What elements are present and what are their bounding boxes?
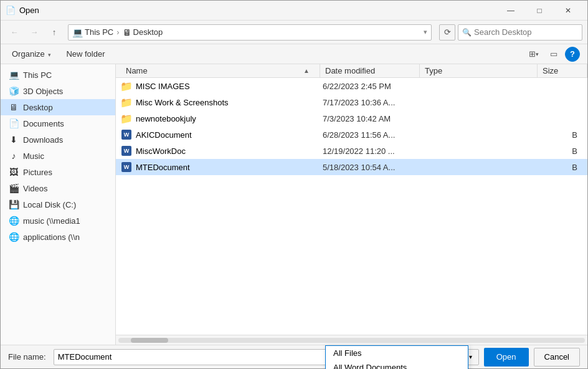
sidebar: 💻 This PC 🧊 3D Objects 🖥 Desktop 📄 Docum… <box>1 64 116 345</box>
sidebar-label-local-disk: Local Disk (C:) <box>23 200 76 209</box>
sidebar-icon-apps-net: 🌐 <box>8 231 19 242</box>
bottom-bar: File name: ▾ Tools ▾ Open Cancel <box>1 345 587 368</box>
sidebar-icon-documents: 📄 <box>8 118 19 129</box>
file-type-dropdown[interactable]: All FilesAll Word DocumentsWord Document… <box>325 345 468 369</box>
file-icon-4: W <box>121 145 132 156</box>
sidebar-icon-pictures: 🖼 <box>8 166 19 178</box>
search-input[interactable] <box>474 27 579 37</box>
table-row[interactable]: 📁 MISC IMAGES 6/22/2023 2:45 PM <box>116 78 587 94</box>
search-icon: 🔍 <box>462 28 472 37</box>
sidebar-item-pictures[interactable]: 🖼 Pictures <box>1 164 115 180</box>
close-button[interactable]: ✕ <box>554 1 582 21</box>
table-row[interactable]: 📁 Misc Work & Screenshots 7/17/2023 10:3… <box>116 94 587 110</box>
sidebar-label-downloads: Downloads <box>23 135 63 145</box>
pane-icon: ▭ <box>550 49 557 59</box>
column-date-modified[interactable]: Date modified <box>320 64 420 78</box>
sidebar-icon-local-disk: 💾 <box>8 199 19 210</box>
sidebar-label-this-pc: This PC <box>23 70 52 80</box>
file-icon-0: 📁 <box>121 80 132 92</box>
file-date-4: 12/19/2022 11:20 ... <box>323 146 422 156</box>
content-area: 💻 This PC 🧊 3D Objects 🖥 Desktop 📄 Docum… <box>1 64 587 345</box>
word-icon: W <box>121 130 131 140</box>
open-button[interactable]: Open <box>484 348 529 367</box>
pane-toggle-button[interactable]: ▭ <box>545 46 562 62</box>
column-size[interactable]: Size <box>538 64 587 78</box>
sidebar-icon-music-net: 🌐 <box>8 215 19 226</box>
file-size-4: B <box>533 146 582 156</box>
sidebar-item-music[interactable]: ♪ Music <box>1 148 115 164</box>
file-icon-2: 📁 <box>121 113 132 124</box>
sidebar-item-desktop[interactable]: 🖥 Desktop <box>1 99 115 115</box>
file-size-5: B <box>533 163 582 172</box>
file-date-5: 5/18/2023 10:54 A... <box>323 163 422 172</box>
file-date-0: 6/22/2023 2:45 PM <box>323 82 422 91</box>
new-folder-button[interactable]: New folder <box>62 48 108 60</box>
window-controls: — □ ✕ <box>496 1 582 21</box>
cancel-button[interactable]: Cancel <box>534 348 580 367</box>
address-bar: 💻 This PC › 🖥 Desktop ▾ <box>68 24 432 41</box>
column-type[interactable]: Type <box>420 64 538 78</box>
sidebar-item-apps-net[interactable]: 🌐 applications (\\n <box>1 229 115 245</box>
file-date-2: 7/3/2023 10:42 AM <box>323 114 422 123</box>
file-name-3: AKICDocument <box>136 130 323 140</box>
help-button[interactable]: ? <box>565 47 580 62</box>
column-name[interactable]: Name ▲ <box>121 64 320 78</box>
sidebar-item-3d-objects[interactable]: 🧊 3D Objects <box>1 83 115 99</box>
address-desktop: Desktop <box>133 27 163 37</box>
open-dialog: 📄 Open — □ ✕ ← → ↑ 💻 This PC › 🖥 Desktop… <box>0 0 588 369</box>
file-list: 📁 MISC IMAGES 6/22/2023 2:45 PM 📁 Misc W… <box>116 78 587 335</box>
file-date-3: 6/28/2023 11:56 A... <box>323 130 422 140</box>
back-button[interactable]: ← <box>6 24 23 41</box>
forward-button[interactable]: → <box>26 24 43 41</box>
tools-dropdown-arrow: ▾ <box>469 353 472 360</box>
window-title: Open <box>19 6 496 15</box>
title-bar: 📄 Open — □ ✕ <box>1 1 587 21</box>
sort-arrow-icon: ▲ <box>303 67 315 74</box>
sidebar-icon-3d-objects: 🧊 <box>8 85 19 97</box>
table-row[interactable]: W MiscWorkDoc 12/19/2022 11:20 ... B <box>116 143 587 159</box>
view-toggle-button[interactable]: ⊞ ▾ <box>525 46 543 62</box>
sidebar-label-videos: Videos <box>23 184 48 193</box>
address-dropdown-button[interactable]: ▾ <box>424 28 427 36</box>
refresh-button[interactable]: ⟳ <box>439 24 455 41</box>
view-dropdown-arrow: ▾ <box>536 51 539 57</box>
view-grid-icon: ⊞ <box>529 49 536 59</box>
file-name-4: MiscWorkDoc <box>136 146 323 156</box>
file-icon-5: W <box>121 161 132 173</box>
table-row[interactable]: W AKICDocument 6/28/2023 11:56 A... B <box>116 127 587 143</box>
horizontal-scrollbar[interactable] <box>116 335 587 345</box>
sidebar-label-desktop: Desktop <box>23 103 53 112</box>
minimize-button[interactable]: — <box>496 1 525 21</box>
up-button[interactable]: ↑ <box>45 24 63 41</box>
sidebar-icon-desktop: 🖥 <box>8 102 19 113</box>
file-name-2: newnotebookjuly <box>136 114 323 123</box>
sidebar-item-music-net[interactable]: 🌐 music (\\media1 <box>1 213 115 229</box>
address-this-pc: This PC <box>85 27 113 37</box>
sidebar-icon-this-pc: 💻 <box>8 69 19 80</box>
dropdown-item-1[interactable]: All Word Documents <box>326 360 468 369</box>
file-name-label: File name: <box>8 352 46 362</box>
address-crumb: 💻 This PC › 🖥 Desktop <box>72 27 163 37</box>
sidebar-item-documents[interactable]: 📄 Documents <box>1 115 115 132</box>
file-name-0: MISC IMAGES <box>136 82 323 91</box>
sidebar-icon-videos: 🎬 <box>8 183 19 194</box>
maximize-button[interactable]: □ <box>525 1 554 21</box>
organize-button[interactable]: Organize ▾ <box>8 48 55 60</box>
file-name-5: MTEDocument <box>136 163 323 172</box>
sidebar-label-music-net: music (\\media1 <box>23 216 80 226</box>
sidebar-icon-downloads: ⬇ <box>8 134 19 145</box>
sidebar-item-this-pc[interactable]: 💻 This PC <box>1 67 115 83</box>
dropdown-item-0[interactable]: All Files <box>326 346 468 360</box>
organize-dropdown-arrow: ▾ <box>48 52 51 58</box>
sidebar-item-downloads[interactable]: ⬇ Downloads <box>1 132 115 148</box>
file-name-1: Misc Work & Screenshots <box>136 98 323 107</box>
column-headers: Name ▲ Date modified Type Size <box>116 64 587 78</box>
table-row[interactable]: W MTEDocument 5/18/2023 10:54 A... B <box>116 159 587 175</box>
sidebar-item-local-disk[interactable]: 💾 Local Disk (C:) <box>1 196 115 213</box>
table-row[interactable]: 📁 newnotebookjuly 7/3/2023 10:42 AM <box>116 110 587 127</box>
sidebar-label-3d-objects: 3D Objects <box>23 87 63 96</box>
sidebar-label-documents: Documents <box>23 119 64 128</box>
file-icon-1: 📁 <box>121 97 132 108</box>
view-controls: ⊞ ▾ ▭ ? <box>525 46 580 62</box>
sidebar-item-videos[interactable]: 🎬 Videos <box>1 180 115 196</box>
